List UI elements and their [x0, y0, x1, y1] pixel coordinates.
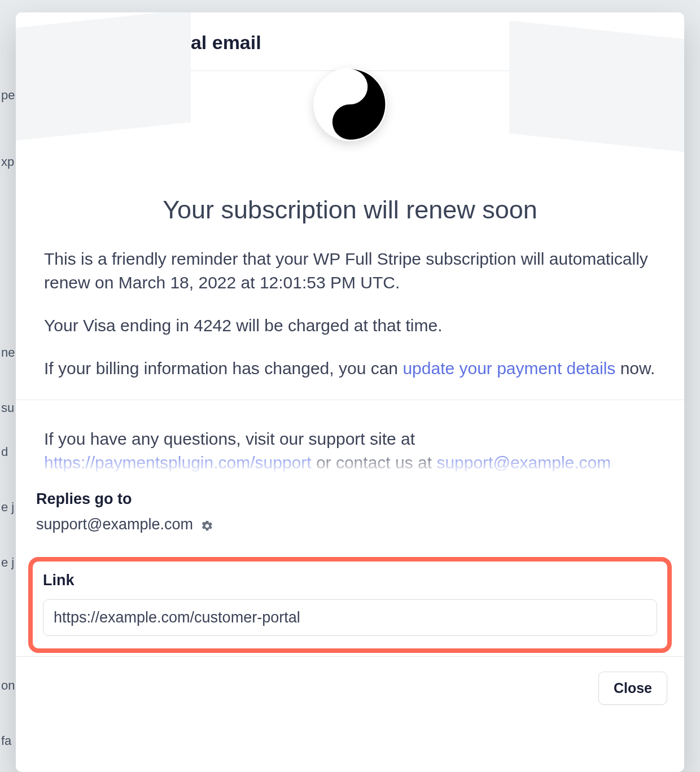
email-hero	[44, 71, 656, 178]
email-support-block: If you have any questions, visit our sup…	[44, 427, 656, 475]
replies-label: Replies go to	[36, 490, 664, 508]
close-button[interactable]: Close	[598, 672, 667, 705]
email-divider	[16, 400, 684, 400]
gear-icon[interactable]	[201, 519, 213, 531]
email-preview-body: Your subscription will renew soon This i…	[16, 71, 684, 475]
svg-point-1	[345, 82, 355, 92]
support-text-a: If you have any questions, visit our sup…	[44, 429, 415, 448]
replies-section: Replies go to support@example.com	[16, 475, 684, 551]
renewal-email-modal: Upcoming renewal email Your subscription…	[16, 12, 684, 772]
email-paragraph-2: Your Visa ending in 4242 will be charged…	[44, 314, 656, 337]
link-section-highlight: Link	[28, 557, 672, 653]
svg-point-2	[345, 117, 355, 127]
link-label: Link	[43, 572, 657, 589]
email-headline: Your subscription will renew soon	[44, 195, 656, 225]
yinyang-icon	[313, 68, 387, 141]
email-paragraph-3: If your billing information has changed,…	[44, 357, 656, 380]
email-paragraph-1: This is a friendly reminder that your WP…	[44, 247, 656, 295]
link-input[interactable]	[43, 599, 657, 636]
email-para3-text-b: now.	[615, 359, 655, 378]
replies-email: support@example.com	[36, 516, 193, 533]
background-sidebar-fragments: pe xp ne su d e j e j on fa	[0, 0, 17, 772]
email-para3-text-a: If your billing information has changed,…	[44, 359, 403, 378]
replies-row: support@example.com	[36, 516, 664, 533]
modal-footer: Close	[16, 656, 684, 720]
fade-overlay	[44, 450, 656, 475]
update-payment-link[interactable]: update your payment details	[403, 359, 615, 378]
